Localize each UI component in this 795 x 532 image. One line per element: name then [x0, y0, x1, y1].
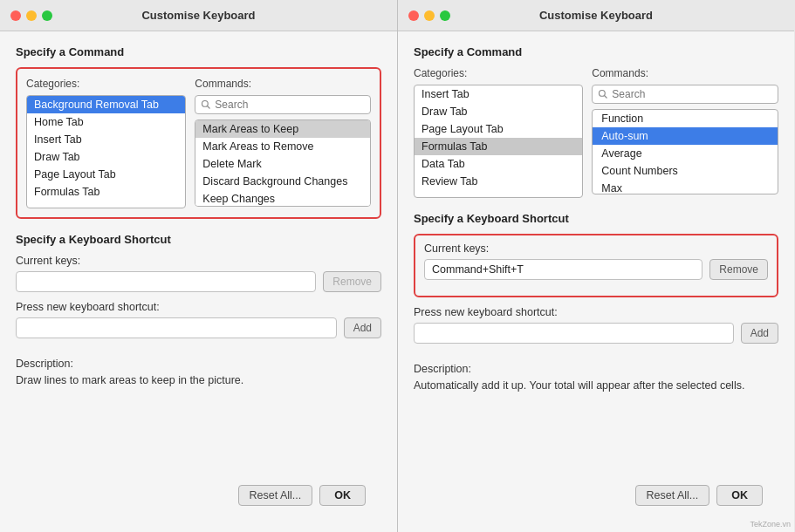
list-item[interactable]: Insert Tab: [27, 131, 185, 148]
left-reset-button[interactable]: Reset All...: [238, 485, 313, 506]
left-panel: Customise Keyboard Specify a Command Cat…: [0, 0, 397, 532]
maximize-button[interactable]: [42, 10, 52, 21]
svg-line-3: [605, 96, 607, 99]
left-command-section: Categories: Background Removal Tab Home …: [16, 67, 381, 219]
left-press-shortcut-label: Press new keyboard shortcut:: [16, 301, 381, 313]
right-description-section: Description: Automatically add it up. Yo…: [414, 363, 778, 394]
left-titlebar: Customise Keyboard: [0, 0, 397, 31]
svg-point-2: [600, 91, 606, 97]
left-remove-button[interactable]: Remove: [323, 271, 381, 292]
list-item[interactable]: Formulas Tab: [415, 138, 582, 155]
right-current-keys-row: Remove: [424, 259, 768, 280]
list-item[interactable]: Home Tab: [27, 113, 185, 131]
right-shortcut-section: Specify a Keyboard Shortcut Current keys…: [414, 212, 778, 352]
list-item[interactable]: Background Removal Tab: [27, 96, 185, 113]
right-two-col: Categories: Insert Tab Draw Tab Page Lay…: [414, 67, 778, 198]
left-current-keys-label: Current keys:: [16, 255, 381, 267]
left-current-keys-row: Remove: [16, 271, 381, 292]
command-item[interactable]: Mark Areas to Keep: [195, 120, 370, 138]
left-content: Specify a Command Categories: Background…: [0, 31, 397, 532]
right-current-keys-label: Current keys:: [424, 242, 768, 255]
left-categories-list[interactable]: Background Removal Tab Home Tab Insert T…: [26, 95, 186, 208]
right-content: Specify a Command Categories: Insert Tab…: [398, 31, 794, 532]
command-item[interactable]: Delete Mark: [195, 155, 370, 173]
right-new-shortcut-row: Add: [414, 323, 778, 344]
list-item[interactable]: Insert Tab: [415, 85, 582, 103]
right-remove-button[interactable]: Remove: [709, 259, 768, 280]
command-item[interactable]: Keep Changes: [195, 190, 370, 207]
right-window-controls: [408, 10, 450, 21]
left-new-shortcut-row: Add: [16, 317, 381, 338]
right-categories-list[interactable]: Insert Tab Draw Tab Page Layout Tab Form…: [414, 85, 583, 198]
right-add-button[interactable]: Add: [741, 323, 778, 344]
left-search-box[interactable]: [195, 95, 371, 114]
left-shortcut-section: Specify a Keyboard Shortcut Current keys…: [16, 233, 381, 347]
right-commands-col: Commands: Function Auto-sum Average Coun…: [592, 67, 778, 198]
close-button[interactable]: [10, 10, 21, 21]
left-two-col: Categories: Background Removal Tab Home …: [26, 78, 371, 208]
left-current-keys-input[interactable]: [16, 271, 316, 292]
right-command-section: Categories: Insert Tab Draw Tab Page Lay…: [414, 67, 778, 198]
right-search-box[interactable]: [592, 85, 778, 104]
right-commands-label: Commands:: [592, 67, 778, 79]
command-item[interactable]: Discard Background Changes: [195, 173, 370, 190]
right-specify-command-title: Specify a Command: [414, 45, 778, 58]
svg-line-1: [208, 106, 210, 109]
left-categories-col: Categories: Background Removal Tab Home …: [26, 78, 186, 208]
list-item[interactable]: Review Tab: [415, 173, 582, 190]
right-search-icon: [598, 89, 608, 99]
right-reset-button[interactable]: Reset All...: [635, 485, 710, 506]
right-ok-button[interactable]: OK: [716, 485, 763, 506]
right-description-text: Automatically add it up. Your total will…: [414, 379, 778, 394]
minimize-button[interactable]: [26, 10, 37, 21]
left-specify-command-title: Specify a Command: [16, 45, 381, 58]
right-titlebar: Customise Keyboard: [398, 0, 794, 31]
right-maximize-button[interactable]: [440, 10, 450, 21]
left-new-shortcut-input[interactable]: [16, 317, 337, 338]
left-commands-col: Commands: Mark Areas to Keep Mark Areas …: [195, 78, 371, 208]
list-item[interactable]: Draw Tab: [27, 148, 185, 166]
left-footer: Reset All... OK: [16, 476, 381, 518]
right-categories-label: Categories:: [414, 67, 583, 79]
window-controls: [10, 10, 52, 21]
dropdown-item[interactable]: Auto-sum: [593, 127, 778, 145]
right-title: Customise Keyboard: [539, 9, 653, 22]
command-item[interactable]: Mark Areas to Remove: [195, 138, 370, 155]
right-search-input[interactable]: [612, 88, 772, 100]
right-shortcut-title: Specify a Keyboard Shortcut: [414, 212, 778, 225]
list-item[interactable]: Formulas Tab: [27, 183, 185, 201]
left-description-label: Description:: [16, 358, 381, 370]
right-description-label: Description:: [414, 363, 778, 375]
list-item[interactable]: Page Layout Tab: [415, 120, 582, 138]
search-icon: [201, 99, 211, 110]
left-commands-list[interactable]: Mark Areas to Keep Mark Areas to Remove …: [195, 119, 371, 207]
left-title: Customise Keyboard: [141, 9, 255, 22]
list-item[interactable]: Data Tab: [415, 155, 582, 173]
left-shortcut-title: Specify a Keyboard Shortcut: [16, 233, 381, 246]
watermark: TekZone.vn: [750, 520, 791, 529]
dropdown-item[interactable]: Function: [593, 110, 778, 127]
left-add-button[interactable]: Add: [344, 317, 381, 338]
list-item[interactable]: Draw Tab: [415, 103, 582, 120]
left-commands-label: Commands:: [195, 78, 371, 90]
left-description-section: Description: Draw lines to mark areas to…: [16, 358, 381, 389]
right-panel: Customise Keyboard Specify a Command Cat…: [397, 0, 794, 532]
right-minimize-button[interactable]: [424, 10, 435, 21]
right-current-keys-input[interactable]: [424, 259, 702, 280]
right-press-shortcut-label: Press new keyboard shortcut:: [414, 306, 778, 318]
right-shortcut-highlighted-box: Current keys: Remove: [414, 234, 778, 297]
dropdown-item[interactable]: Count Numbers: [593, 162, 778, 180]
dropdown-item[interactable]: Average: [593, 145, 778, 162]
right-categories-col: Categories: Insert Tab Draw Tab Page Lay…: [414, 67, 583, 198]
right-commands-dropdown[interactable]: Function Auto-sum Average Count Numbers …: [592, 109, 778, 194]
svg-point-0: [202, 101, 209, 107]
left-ok-button[interactable]: OK: [319, 485, 366, 506]
list-item[interactable]: Page Layout Tab: [27, 166, 185, 183]
left-search-input[interactable]: [215, 99, 365, 111]
right-new-shortcut-input[interactable]: [414, 323, 734, 344]
right-footer: Reset All... OK: [414, 476, 778, 518]
left-categories-label: Categories:: [26, 78, 186, 90]
dropdown-item[interactable]: Max: [593, 180, 778, 194]
left-description-text: Draw lines to mark areas to keep in the …: [16, 373, 381, 389]
right-close-button[interactable]: [408, 10, 419, 21]
